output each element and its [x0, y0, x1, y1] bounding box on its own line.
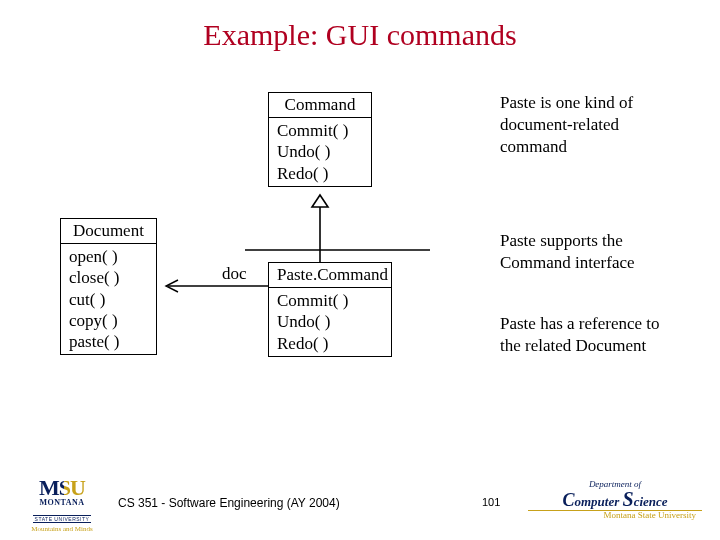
- cs-logo-letter: S: [623, 488, 634, 510]
- uml-op: Undo( ): [277, 311, 383, 332]
- uml-op: Undo( ): [277, 141, 363, 162]
- uml-class-operations: Commit( ) Undo( ) Redo( ): [269, 288, 391, 356]
- cs-logo-superscript: Department of: [528, 480, 702, 489]
- cs-logo-main: Computer Science: [528, 489, 702, 509]
- uml-class-document: Document open( ) close( ) cut( ) copy( )…: [60, 218, 157, 355]
- msu-m-icon: MSU: [22, 478, 102, 498]
- cs-logo-sub: Montana State University: [528, 511, 702, 520]
- svg-marker-1: [312, 195, 328, 207]
- uml-op: close( ): [69, 267, 148, 288]
- course-code: CS 351 - Software Engineering (AY 2004): [118, 496, 340, 510]
- page-number: 101: [482, 496, 500, 508]
- uml-op: Redo( ): [277, 163, 363, 184]
- uml-diagram: Command Commit( ) Undo( ) Redo( ) Paste.…: [60, 80, 490, 410]
- uml-op: cut( ): [69, 289, 148, 310]
- montana-state-logo: MSU MONTANA STATE UNIVERSITY Mountains a…: [22, 478, 102, 533]
- uml-op: copy( ): [69, 310, 148, 331]
- annotation-paste-interface: Paste supports the Command interface: [500, 230, 680, 274]
- slide-title: Example: GUI commands: [0, 18, 720, 52]
- cs-logo-text: cience: [634, 494, 668, 509]
- uml-op: open( ): [69, 246, 148, 267]
- cs-logo-text: omputer: [574, 494, 622, 509]
- annotation-paste-reference: Paste has a reference to the related Doc…: [500, 313, 680, 357]
- uml-class-name: Paste.Command: [269, 263, 391, 288]
- annotation-paste-kind: Paste is one kind of document-related co…: [500, 92, 680, 158]
- msu-logo-tagline: Mountains and Minds: [22, 525, 102, 533]
- uml-class-name: Command: [269, 93, 371, 118]
- msu-logo-line2: STATE UNIVERSITY: [33, 515, 92, 523]
- cs-department-logo: Department of Computer Science Montana S…: [528, 480, 702, 520]
- uml-op: Commit( ): [277, 120, 363, 141]
- uml-association-label: doc: [222, 264, 247, 284]
- uml-op: Commit( ): [277, 290, 383, 311]
- uml-class-operations: open( ) close( ) cut( ) copy( ) paste( ): [61, 244, 156, 354]
- uml-class-operations: Commit( ) Undo( ) Redo( ): [269, 118, 371, 186]
- cs-logo-letter: C: [562, 490, 574, 510]
- uml-class-pastecommand: Paste.Command Commit( ) Undo( ) Redo( ): [268, 262, 392, 357]
- uml-class-name: Document: [61, 219, 156, 244]
- msu-logo-line1: MONTANA: [22, 498, 102, 507]
- uml-op: paste( ): [69, 331, 148, 352]
- uml-op: Redo( ): [277, 333, 383, 354]
- uml-class-command: Command Commit( ) Undo( ) Redo( ): [268, 92, 372, 187]
- slide-footer: MSU MONTANA STATE UNIVERSITY Mountains a…: [0, 478, 720, 524]
